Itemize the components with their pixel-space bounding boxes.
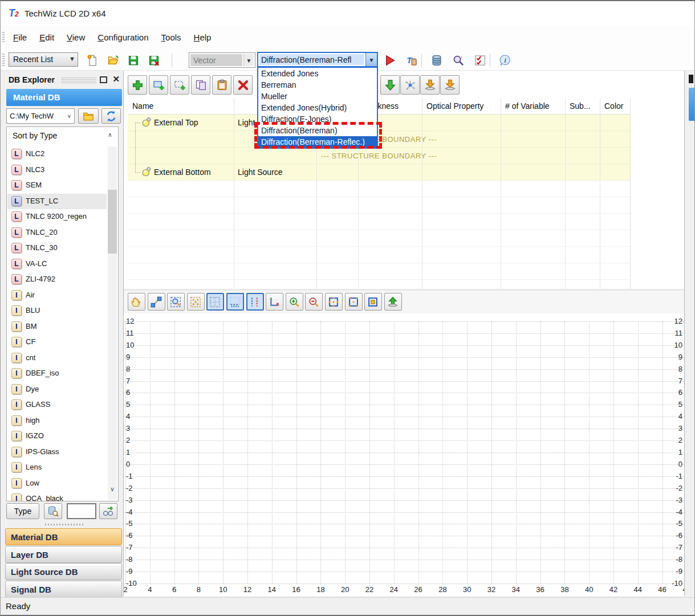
structure-3d-button[interactable]: [400, 75, 420, 95]
save-button[interactable]: [125, 52, 142, 68]
region-button[interactable]: [364, 293, 382, 311]
add-layer-button[interactable]: [149, 75, 168, 95]
dropdown-option[interactable]: Mueller: [258, 91, 377, 102]
layer-row[interactable]: External TopLight Source: [128, 115, 630, 131]
db-tab-signal-db[interactable]: Signal DB: [5, 581, 122, 598]
menu-item-file[interactable]: File: [10, 31, 30, 43]
open-button[interactable]: [104, 52, 121, 68]
menu-item-view[interactable]: View: [63, 31, 88, 43]
db-tab-layer-db[interactable]: Layer DB: [5, 546, 122, 563]
layer-row[interactable]: External BottomLight Source: [128, 164, 630, 181]
find-next-button[interactable]: [99, 503, 117, 519]
menu-item-edit[interactable]: Edit: [36, 31, 58, 43]
pan-button[interactable]: [128, 293, 145, 311]
db-search-button[interactable]: [44, 503, 62, 519]
db-tab-light-source-db[interactable]: Light Source DB: [5, 563, 122, 580]
list-item-high[interactable]: Ihigh: [7, 413, 107, 429]
db-path-combo[interactable]: C:\My TechW ∨: [6, 108, 75, 124]
toolbar-grip[interactable]: [2, 54, 5, 67]
chevron-down-icon[interactable]: ∨: [110, 486, 115, 493]
vector-combo[interactable]: Vector ▼: [189, 52, 255, 68]
list-scrollbar[interactable]: [108, 146, 117, 500]
menu-item-configuration[interactable]: Configuration: [94, 31, 152, 43]
chart-plot-area[interactable]: 12121111101099887766554433221100-1-1-2-2…: [124, 313, 684, 596]
list-item-BLU[interactable]: IBLU: [7, 303, 107, 319]
delete-button[interactable]: [233, 75, 253, 95]
list-item-IGZO[interactable]: IIGZO: [7, 429, 107, 444]
list-item-TNLC_30[interactable]: LTNLC_30: [7, 240, 107, 256]
list-item-Low[interactable]: ILow: [7, 476, 107, 491]
apply-button[interactable]: T: [403, 52, 420, 68]
panel-drag-lines[interactable]: [61, 77, 96, 84]
close-panel-button[interactable]: ✕: [112, 74, 120, 84]
material-list-header[interactable]: Sort by Type ∧: [7, 127, 118, 144]
database-button[interactable]: [428, 52, 445, 68]
grid-toggle-button[interactable]: [206, 293, 224, 311]
export-button[interactable]: [420, 75, 440, 95]
zoom-out-button[interactable]: [305, 293, 323, 311]
export-alt-button[interactable]: [440, 75, 460, 95]
chart-export-button[interactable]: [384, 293, 402, 311]
list-item-BM[interactable]: IBM: [7, 319, 107, 334]
boundary-row[interactable]: --- STRUCTURE BOUNDARY ---: [128, 148, 630, 164]
list-item-TEST_LC[interactable]: LTEST_LC: [7, 194, 107, 209]
list-item-Air[interactable]: IAir: [7, 288, 107, 303]
add-button[interactable]: [128, 75, 147, 95]
dropdown-option[interactable]: Diffraction(E-Jones): [258, 113, 377, 125]
scrollbar-thumb[interactable]: [108, 190, 117, 254]
boundary-row[interactable]: --- STRUCTURE BOUNDARY ---: [128, 131, 630, 148]
list-item-NLC3[interactable]: LNLC3: [7, 162, 107, 178]
new-file-button[interactable]: [84, 52, 101, 68]
dropdown-option[interactable]: Berreman: [258, 79, 377, 91]
open-folder-button[interactable]: [78, 108, 99, 124]
menu-item-help[interactable]: Help: [190, 31, 215, 43]
dropdown-option[interactable]: Extended Jones: [258, 68, 377, 79]
list-item-NLC2[interactable]: LNLC2: [7, 146, 107, 162]
menu-grip[interactable]: [2, 32, 5, 43]
list-item-TNLC_20[interactable]: LTNLC_20: [7, 225, 107, 240]
fit-all-button[interactable]: [325, 293, 343, 311]
chevron-up-icon[interactable]: ∧: [108, 131, 112, 138]
measure-button[interactable]: [148, 293, 165, 311]
menu-item-tools[interactable]: Tools: [158, 31, 185, 43]
fit-selection-button[interactable]: [345, 293, 363, 311]
save-as-button[interactable]: [145, 52, 162, 68]
info-button[interactable]: i: [497, 52, 514, 68]
axes-button[interactable]: [266, 293, 283, 311]
list-item-GLASS[interactable]: IGLASS: [7, 397, 107, 413]
dropdown-option[interactable]: Diffraction(Berreman-Reflec.): [258, 136, 377, 148]
paste-button[interactable]: [212, 75, 231, 95]
list-item-ZLI-4792[interactable]: LZLI-4792: [7, 272, 107, 287]
dropdown-option[interactable]: Diffraction(Berreman): [258, 125, 377, 136]
check-options-button[interactable]: [472, 52, 489, 68]
run-button[interactable]: [381, 52, 399, 68]
list-item-CF[interactable]: ICF: [7, 334, 107, 350]
list-item-TNLC 9200_regen[interactable]: LTNLC 9200_regen: [7, 209, 107, 225]
db-tab-material-db[interactable]: Material DB: [5, 528, 122, 545]
recent-list-combo[interactable]: Recent List ▼: [9, 52, 78, 67]
dropdown-option[interactable]: Extended Jones(Hybrid): [258, 102, 377, 113]
search-input[interactable]: [67, 503, 96, 519]
list-item-VA-LC[interactable]: LVA-LC: [7, 256, 107, 272]
calc-method-combo[interactable]: Diffraction(Berreman-Refl ▼: [257, 52, 378, 67]
refresh-button[interactable]: [101, 108, 121, 124]
list-item-DBEF_iso[interactable]: IDBEF_iso: [7, 366, 107, 381]
list-item-Dye[interactable]: IDye: [7, 382, 107, 397]
grid-pattern-button[interactable]: [187, 293, 205, 311]
y-axis-toggle-button[interactable]: [246, 293, 264, 311]
x-axis-toggle-button[interactable]: [226, 293, 244, 311]
db-config-button[interactable]: [450, 52, 467, 68]
add-region-button[interactable]: [170, 75, 189, 95]
list-item-SEM[interactable]: LSEM: [7, 178, 107, 193]
list-item-IPS-Glass[interactable]: IIPS-Glass: [7, 444, 107, 460]
dock-splitter[interactable]: [45, 524, 85, 525]
zoom-in-button[interactable]: [286, 293, 303, 311]
list-item-Lens[interactable]: ILens: [7, 460, 107, 475]
move-down-button[interactable]: [380, 75, 400, 95]
type-button[interactable]: Type: [6, 503, 39, 519]
zoom-region-button[interactable]: [167, 293, 185, 311]
copy-button[interactable]: [191, 75, 210, 95]
float-panel-button[interactable]: [100, 76, 107, 83]
list-item-cnt[interactable]: Icnt: [7, 350, 107, 366]
list-item-OCA_black[interactable]: IOCA_black: [7, 491, 107, 501]
